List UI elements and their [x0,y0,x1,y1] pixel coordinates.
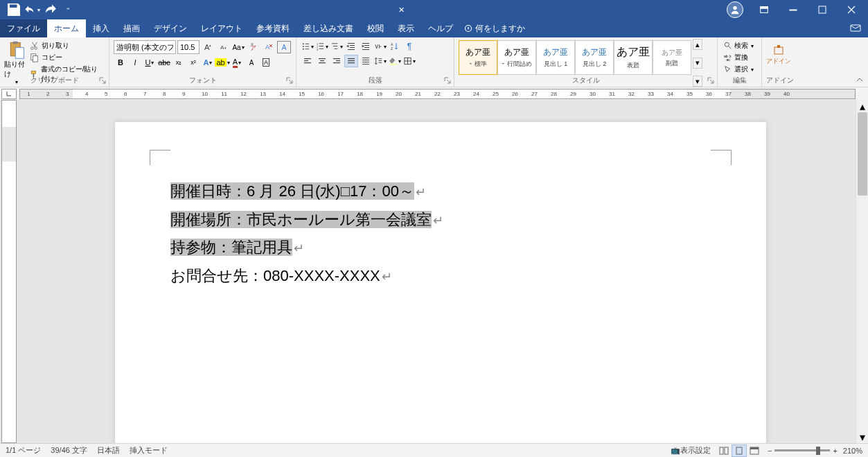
styles-scroll-up[interactable]: ▴ [693,39,702,50]
print-layout-button[interactable] [732,445,747,457]
clear-formatting-button[interactable]: A [262,41,276,53]
vertical-scrollbar[interactable]: ▴ ▾ [856,100,868,443]
tab-references[interactable]: 参考資料 [249,19,296,37]
document-viewport[interactable]: 開催日時：6 月 26 日(水)□17：00～↵開催場所：市民ホールール第一会議… [18,100,856,443]
font-name-combo[interactable] [114,40,176,54]
paragraph-launcher[interactable] [444,77,452,85]
qat-customize[interactable]: ⁼ [60,1,76,18]
decrease-indent-button[interactable] [344,40,358,53]
redo-button[interactable] [42,1,58,18]
style-見出し 1[interactable]: あア亜見出し 1 [536,40,575,75]
line-spacing-button[interactable]: ▾ [373,55,387,67]
bold-button[interactable]: B [114,56,127,69]
scroll-thumb[interactable] [858,112,867,196]
tab-file[interactable]: ファイル [0,19,47,37]
page-indicator[interactable]: 1/1 ページ [6,445,41,456]
replace-button[interactable]: abac置換 [722,52,757,63]
font-color-button[interactable]: A▾ [230,56,244,69]
display-settings[interactable]: 📺表示設定 [671,445,711,456]
style-⁃ 行間詰め[interactable]: あア亜⁃ 行間詰め [497,40,536,75]
style-見出し 2[interactable]: あア亜見出し 2 [575,40,614,75]
enclose-characters-button[interactable]: A [277,41,291,53]
zoom-in-button[interactable]: + [833,447,837,455]
clipboard-launcher[interactable] [99,77,107,85]
numbering-button[interactable]: 123▾ [315,40,329,53]
strikethrough-button[interactable]: abc [157,56,171,69]
maximize-button[interactable] [808,0,836,19]
tab-selector[interactable] [1,89,17,99]
tab-insert[interactable]: 挿入 [86,19,116,37]
style-表題[interactable]: あア亜表題 [614,40,653,75]
tab-view[interactable]: 表示 [391,19,421,37]
zoom-slider[interactable] [774,449,830,451]
save-button[interactable] [6,1,22,18]
show-hide-marks-button[interactable]: ¶ [402,40,416,53]
vertical-ruler[interactable] [1,100,17,443]
tab-draw[interactable]: 描画 [116,19,147,37]
select-button[interactable]: 選択▾ [722,64,757,75]
bullets-button[interactable]: ▾ [301,40,315,53]
borders-button[interactable]: ▾ [402,55,416,67]
style-副題[interactable]: あア亜副題 [653,40,691,75]
highlight-button[interactable]: ab▾ [215,56,229,69]
subscript-button[interactable]: x₂ [172,56,186,69]
zoom-out-button[interactable]: − [768,447,772,455]
web-layout-button[interactable] [747,445,762,457]
scroll-down-button[interactable]: ▾ [856,431,868,443]
font-size-combo[interactable] [177,40,200,54]
align-center-button[interactable] [315,55,329,67]
ribbon-display-button[interactable] [750,0,778,19]
italic-button[interactable]: I [128,56,142,69]
tell-me-search[interactable]: 何をしますか [464,23,525,35]
justify-button[interactable] [344,55,358,67]
horizontal-ruler[interactable]: 1234567891011121314151617181920212223242… [19,89,856,99]
copy-button[interactable]: コピー [28,52,105,63]
share-button[interactable] [850,23,861,35]
document-line[interactable]: お問合せ先：080-XXXX-XXXX↵ [170,262,718,291]
increase-font-button[interactable]: A▴ [201,41,215,53]
multilevel-list-button[interactable]: ▾ [330,40,344,53]
word-count[interactable]: 39/46 文字 [51,445,87,456]
collapse-ribbon-button[interactable] [856,76,864,85]
document-line[interactable]: 開催場所：市民ホールール第一会議室↵ [170,206,718,234]
addins-button[interactable]: アドイン [766,39,791,66]
tab-layout[interactable]: レイアウト [194,19,249,37]
minimize-button[interactable] [779,0,807,19]
character-shading-button[interactable]: A [245,56,258,69]
tab-review[interactable]: 校閲 [360,19,391,37]
find-button[interactable]: 検索▾ [722,40,757,51]
document-line[interactable]: 持参物：筆記用具↵ [170,234,718,262]
cut-button[interactable]: 切り取り [28,40,105,51]
font-launcher[interactable] [286,77,294,85]
decrease-font-button[interactable]: A▾ [216,41,230,53]
text-effects-button[interactable]: A▾ [201,56,215,69]
align-left-button[interactable] [301,55,315,67]
sort-button[interactable]: AZ [388,40,402,53]
read-mode-button[interactable] [716,445,732,457]
zoom-level[interactable]: 210% [843,447,862,455]
character-border-button[interactable]: A [259,56,273,69]
change-case-button[interactable]: Aa▾ [231,41,245,53]
undo-button[interactable]: ▾ [24,1,40,18]
scroll-up-button[interactable]: ▴ [856,100,868,112]
insert-mode[interactable]: 挿入モード [130,445,168,456]
tab-design[interactable]: デザイン [147,19,194,37]
account-icon[interactable] [727,1,743,18]
phonetic-guide-button[interactable]: ア亜 [247,41,260,53]
distributed-button[interactable] [359,55,373,67]
underline-button[interactable]: U▾ [143,56,157,69]
superscript-button[interactable]: x² [186,56,200,69]
styles-launcher[interactable] [707,77,716,85]
align-right-button[interactable] [330,55,344,67]
tab-help[interactable]: ヘルプ [421,19,460,37]
close-button[interactable] [838,0,865,19]
asian-layout-button[interactable]: ▾ [373,40,387,53]
document-line[interactable]: 開催日時：6 月 26 日(水)□17：00～↵ [170,178,718,206]
shading-button[interactable]: ▾ [388,55,402,67]
tab-mailings[interactable]: 差し込み文書 [296,19,360,37]
language-indicator[interactable]: 日本語 [97,445,120,456]
increase-indent-button[interactable] [359,40,373,53]
styles-scroll-down[interactable]: ▾ [693,58,702,69]
style-⁃ 標準[interactable]: あア亜⁃ 標準 [459,40,497,75]
tab-home[interactable]: ホーム [47,19,86,37]
